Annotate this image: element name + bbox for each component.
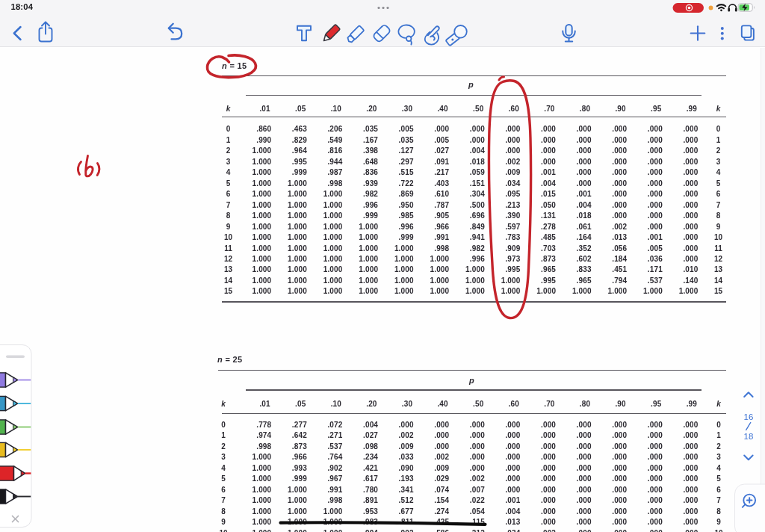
svg-text:16: 16 (744, 412, 754, 421)
svg-text:18: 18 (744, 432, 754, 441)
